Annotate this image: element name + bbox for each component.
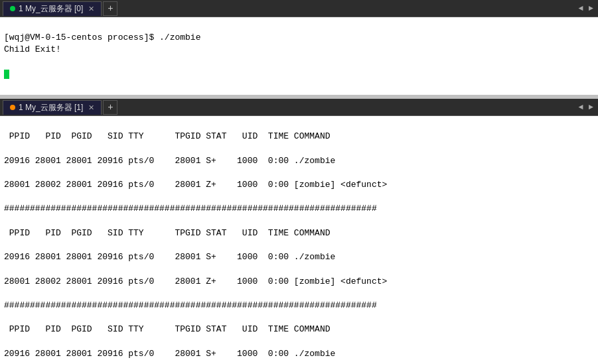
process-row-2-1: 20916 28001 28001 20916 pts/0 28001 S+ 1… [4, 252, 335, 262]
top-tab[interactable]: 1 My_云服务器 [0] ✕ [3, 1, 102, 16]
process-row-3-1: 20916 28001 28001 20916 pts/0 28001 S+ 1… [4, 349, 335, 359]
add-tab-button[interactable]: + [103, 1, 117, 16]
top-pane: 1 My_云服务器 [0] ✕ + ◄ ► [wqj@VM-0-15-cento… [0, 0, 598, 95]
bottom-terminal-body[interactable]: PPID PID PGID SID TTY TPGID STAT UID TIM… [0, 116, 598, 364]
tab-dot-green [10, 6, 15, 11]
bottom-tab[interactable]: 1 My_云服务器 [1] ✕ [3, 100, 102, 115]
bottom-scroll-left-icon[interactable]: ◄ [577, 103, 585, 112]
scroll-left-icon[interactable]: ◄ [577, 4, 585, 13]
bottom-tab-label: 1 My_云服务器 [1] [19, 102, 83, 113]
scroll-right-icon[interactable]: ► [587, 4, 595, 13]
terminal-container: 1 My_云服务器 [0] ✕ + ◄ ► [wqj@VM-0-15-cento… [0, 0, 598, 364]
separator-2: ########################################… [4, 300, 377, 310]
top-terminal-body[interactable]: [wqj@VM-0-15-centos process]$ ./zombie C… [0, 17, 598, 95]
scroll-arrows-top: ◄ ► [577, 4, 595, 13]
process-row-1-1: 20916 28001 28001 20916 pts/0 28001 S+ 1… [4, 156, 335, 166]
process-header-2: PPID PID PGID SID TTY TPGID STAT UID TIM… [4, 228, 330, 238]
top-line-2: Child Exit! [4, 44, 61, 54]
bottom-tab-bar: 1 My_云服务器 [1] ✕ + ◄ ► [0, 99, 598, 116]
process-row-1-2: 28001 28002 28001 20916 pts/0 28001 Z+ 1… [4, 180, 387, 190]
bottom-close-icon[interactable]: ✕ [88, 103, 94, 112]
top-line-1: [wqj@VM-0-15-centos process]$ ./zombie [4, 32, 200, 42]
bottom-scroll-right-icon[interactable]: ► [587, 103, 595, 112]
top-tab-bar: 1 My_云服务器 [0] ✕ + ◄ ► [0, 0, 598, 17]
tab-dot-orange [10, 105, 15, 110]
process-header-1: PPID PID PGID SID TTY TPGID STAT UID TIM… [4, 131, 330, 141]
top-tab-label: 1 My_云服务器 [0] [19, 3, 83, 15]
scroll-arrows-bottom: ◄ ► [577, 103, 595, 112]
process-header-3: PPID PID PGID SID TTY TPGID STAT UID TIM… [4, 324, 330, 334]
bottom-pane: 1 My_云服务器 [1] ✕ + ◄ ► PPID PID PGID SID … [0, 99, 598, 364]
close-icon[interactable]: ✕ [88, 5, 94, 13]
process-row-2-2: 28001 28002 28001 20916 pts/0 28001 Z+ 1… [4, 276, 387, 286]
bottom-add-tab-button[interactable]: + [103, 100, 117, 115]
cursor-top [4, 70, 9, 79]
separator-1: ########################################… [4, 204, 377, 213]
